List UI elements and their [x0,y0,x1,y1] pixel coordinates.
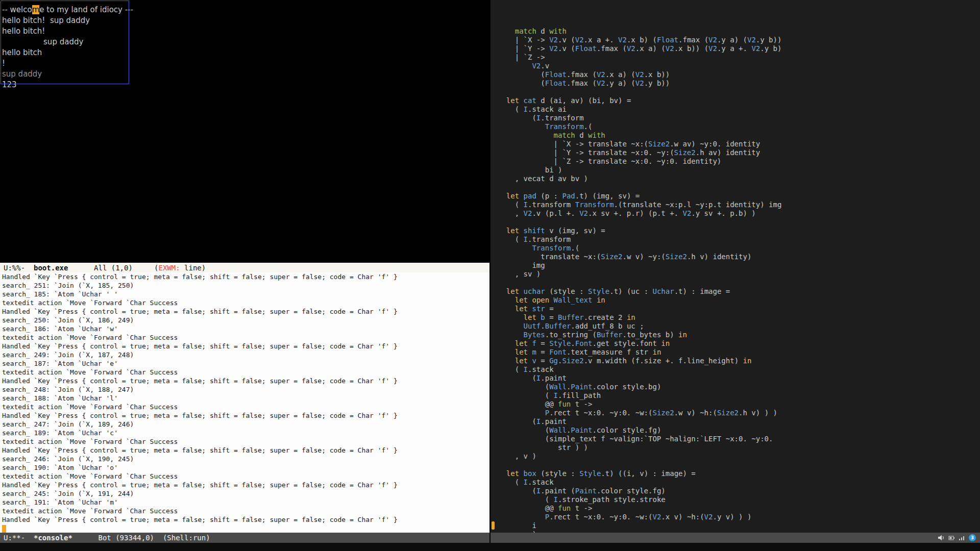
code-line: (I.transform [498,114,980,122]
signal-icon[interactable] [959,535,965,541]
code-line: ( I.transform Transform.(translate ~x:p.… [498,201,980,209]
exwm-text-line: 123 [2,80,489,90]
code-line: | `X -> V2.v (V2.x a +. V2.x b) (Float.f… [498,36,980,44]
code-line: let m = Font.text_measure f str in [498,348,980,357]
minibuffer[interactable] [0,543,980,551]
console-line: search_ 248: `Join (`X, 188, 247) [2,385,489,394]
console-line: Handled `Key `Press { control = true; me… [2,342,489,350]
modeline-field: U:**- [4,534,34,542]
console-line: search_ 249: `Join (`X, 187, 248) [2,350,489,359]
console-line: textedit action `Move `Forward `Char Suc… [2,333,489,342]
battery-icon[interactable] [948,535,955,541]
code-line: i [498,521,980,530]
notification-badge[interactable]: 3 [969,534,976,541]
code-line: let b = Buffer.create 2 in [498,313,980,322]
code-line: let uchar (style : Style.t) (uc : Uchar.… [498,287,980,296]
modeline-field: line) [180,264,206,272]
code-line: Bytes.to_string (Buffer.to_bytes b) in [498,331,980,339]
exwm-text-line: ! [2,58,489,69]
boot-exe-window[interactable]: -- welcome to my land of idiocy ---hello… [0,0,489,263]
volume-icon[interactable] [938,535,945,541]
console-cursor-line [2,524,489,533]
console-line: search_ 250: `Join (`X, 186, 249) [2,316,489,324]
exwm-text-line: sup daddy [2,37,489,47]
code-line: match d with [498,131,980,140]
code-line: ( I.stack ai [498,105,980,114]
code-line: @@ fun t -> [498,400,980,409]
code-line: (I.paint [498,417,980,426]
code-line [498,218,980,227]
code-line: (Wall.Paint.color style.fg) [498,426,980,435]
code-line: str ) ) [498,443,980,452]
console-line: Handled `Key `Press { control = true; me… [2,481,489,489]
console-line: Handled `Key `Press { control = true; me… [2,377,489,385]
code-line: ( I.stack [498,365,980,374]
console-line: textedit action `Move `Forward `Char Suc… [2,403,489,411]
code-line: (simple_text f ~valign:`TOP ~halign:`LEF… [498,435,980,443]
code-line: Uutf.Buffer.add_utf_8 b uc ; [498,322,980,331]
code-line: | `Y -> translate ~x:0. ~y:(Size2.h av) … [498,148,980,157]
modeline-boot-exe[interactable]: U:%%- boot.exe All (1,0) (EXWM: line) [0,263,489,273]
code-line [498,88,980,96]
modeline-field: boot.exe [34,264,68,272]
code-line: match d with [498,27,980,36]
code-line: Transform.( [498,122,980,131]
code-line: | `Z -> translate ~x:0. ~y:0. identity) [498,157,980,166]
console-line: Handled `Key `Press { control = true; me… [2,272,489,281]
code-line: (Float.fmax (V2.x a) (V2.x b)) [498,70,980,79]
notification-badge-count: 3 [969,534,976,541]
console-line: Handled `Key `Press { control = true; me… [2,446,489,455]
code-line: (I.paint (Paint.color style.fg) [498,487,980,495]
console-line: search_ 186: `Atom `Uchar 'w' [2,324,489,333]
modeline-field: EXWM: [158,264,180,272]
code-line: let str = [498,305,980,313]
console-line: Handled `Key `Press { control = true; me… [2,307,489,316]
code-line: , v ) [498,452,980,461]
code-line: let shift v (img, sv) = [498,227,980,235]
code-line: , V2.v (p.l +. V2.x sv +. p.r) (p.t +. V… [498,209,980,218]
code-line: (Float.fmax (V2.y a) (V2.y b)) [498,79,980,88]
code-line: | `X -> translate ~x:(Size2.w av) ~y:0. … [498,140,980,148]
exwm-text-line: hello bitch! [2,26,489,37]
code-line: P.rect t ~x:0. ~y:0. ~w:(Size2.w v) ~h:(… [498,409,980,417]
code-line: , sv ) [498,270,980,279]
console-line: textedit action `Move `Forward `Char Suc… [2,437,489,446]
code-line: let cat d (ai, av) (bi, bv) = [498,96,980,105]
exwm-text-line: sup daddy [2,69,489,80]
code-line: bi ) [498,166,980,174]
code-line [498,183,980,192]
code-line: , vecat d av bv ) [498,174,980,183]
modeline-field: All (1,0) ( [68,264,158,272]
code-line: let open Wall_text in [498,296,980,305]
text-cursor [2,525,6,533]
emacs-frame: -- welcome to my land of idiocy ---hello… [0,0,980,551]
console-line: Handled `Key `Press { control = true; me… [2,411,489,420]
console-buffer[interactable]: Handled `Key `Press { control = true; me… [0,272,489,533]
code-line [498,461,980,469]
modeline-console[interactable]: U:**- *console* Bot (93344,0) (Shell:run… [0,533,489,543]
console-line: Handled `Key `Press { control = true; me… [2,515,489,524]
code-line [498,279,980,287]
exwm-text-line: hello bitch! sup daddy [2,15,489,26]
code-line: @@ fun t -> [498,504,980,513]
code-line: let box (style : Style.t) ((i, v) : imag… [498,469,980,478]
console-line: search_ 245: `Join (`X, 191, 244) [2,489,489,498]
code-line: (Wall.Paint.color style.bg) [498,383,980,391]
console-line: textedit action `Move `Forward `Char Suc… [2,472,489,481]
console-line: textedit action `Move `Forward `Char Suc… [2,368,489,377]
code-buffer-human-ml[interactable]: match d with | `X -> V2.v (V2.x a +. V2.… [491,0,980,533]
cursor-marker [492,521,495,530]
console-line: textedit action `Move `Forward `Char Suc… [2,298,489,307]
console-line: search_ 247: `Join (`X, 189, 246) [2,420,489,429]
code-line: translate ~x:(Size2.w v) ~y:(Size2.h v) … [498,253,980,261]
code-line: | `Y -> V2.v (Float.fmax (V2.x a) (V2.x … [498,44,980,53]
modeline-human-ml[interactable]: -:**- human.ml 66% (1674,0) Git:memes (T… [491,533,980,543]
code-line: let f = Style.Font.get style.font in [498,339,980,348]
modeline-field: *console* [34,534,72,542]
code-line: ( I.fill_path [498,391,980,400]
console-line: search_ 188: `Atom `Uchar 'l' [2,394,489,403]
code-line: ( I.stroke_path style.stroke [498,495,980,504]
code-line: | `Z -> [498,53,980,62]
exwm-text-line: -- welcome to my land of idiocy --- [2,5,489,15]
code-line: (I.paint [498,374,980,383]
